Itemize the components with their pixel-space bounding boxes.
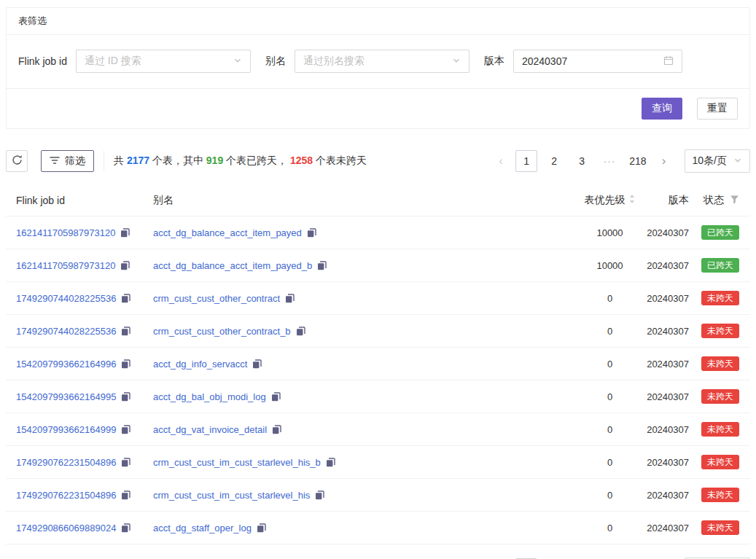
job-id-cell: 1542097993662164999 xyxy=(6,424,149,435)
job-id-link[interactable]: 1621411705987973120 xyxy=(16,260,115,271)
alias-cell: acct_dg_staff_oper_log xyxy=(149,523,575,533)
alias-cell: acct_dg_info_servacct xyxy=(149,359,575,370)
chevron-down-icon xyxy=(233,55,242,67)
version-cell: 20240307 xyxy=(644,391,692,402)
results-table: Flink job id 别名 表优先级 版本 状态 1621411705987… xyxy=(6,184,750,544)
copy-icon[interactable] xyxy=(317,261,327,270)
status-badge: 未跨天 xyxy=(701,324,739,338)
prev-page-icon[interactable]: ‹ xyxy=(492,151,510,171)
copy-icon[interactable] xyxy=(296,327,305,336)
copy-icon[interactable] xyxy=(121,327,130,336)
alias-link[interactable]: crm_cust_cust_other_contract_b xyxy=(153,326,291,337)
job-id-link[interactable]: 1749290762231504896 xyxy=(16,457,116,468)
alias-cell: acct_dg_balance_acct_item_payed xyxy=(149,227,575,238)
status-badge: 未跨天 xyxy=(701,389,739,404)
copy-icon[interactable] xyxy=(252,359,262,369)
copy-icon[interactable] xyxy=(121,523,130,533)
reset-button[interactable]: 重置 xyxy=(697,98,738,120)
version-cell: 20240307 xyxy=(644,457,692,468)
page-button-1[interactable]: 1 xyxy=(515,150,537,172)
page-button-3[interactable]: 3 xyxy=(571,150,593,172)
job-id-cell: 1749290744028225536 xyxy=(6,293,149,304)
filter-toggle-label: 筛选 xyxy=(65,155,85,168)
page-button-2[interactable]: 2 xyxy=(543,150,565,172)
page-size-select[interactable]: 10条/页 xyxy=(685,149,750,173)
toolbar: 筛选 共 2177 个表，其中 919 个表已跨天， 1258 个表未跨天 ‹1… xyxy=(6,149,750,173)
job-id-link[interactable]: 1542097993662164999 xyxy=(16,424,116,435)
field-version: 版本 20240307 xyxy=(484,50,682,73)
field-alias: 别名 通过别名搜索 xyxy=(265,50,469,73)
copy-icon[interactable] xyxy=(121,294,130,303)
alias-cell: acct_dg_vat_invoice_detail xyxy=(149,424,575,435)
refresh-button[interactable] xyxy=(6,150,28,172)
table-row: 1749290744028225536 crm_cust_cust_other_… xyxy=(6,315,750,348)
copy-icon[interactable] xyxy=(121,359,130,369)
status-badge: 未跨天 xyxy=(701,422,739,437)
copy-icon[interactable] xyxy=(120,228,130,238)
column-filter-icon[interactable] xyxy=(730,195,739,206)
job-id-link[interactable]: 1542097993662164996 xyxy=(16,359,116,370)
summary-suffix: 个表未跨天 xyxy=(313,155,367,166)
copy-icon[interactable] xyxy=(326,458,335,467)
version-date-input[interactable]: 20240307 xyxy=(513,50,682,73)
job-id-link[interactable]: 1749290744028225536 xyxy=(16,326,116,337)
search-button[interactable]: 查询 xyxy=(642,98,682,120)
priority-cell: 0 xyxy=(575,457,644,468)
copy-icon[interactable] xyxy=(285,294,295,303)
alias-link[interactable]: acct_dg_balance_acct_item_payed_b xyxy=(153,260,312,271)
filter-panel-title: 表筛选 xyxy=(7,8,749,35)
status-cell: 未跨天 xyxy=(692,488,750,502)
status-cell: 未跨天 xyxy=(692,389,750,404)
alias-cell: crm_cust_cust_im_cust_starlevel_his_b xyxy=(149,457,575,468)
alias-link[interactable]: crm_cust_cust_im_cust_starlevel_his xyxy=(153,490,310,501)
copy-icon[interactable] xyxy=(121,425,130,434)
table-row: 1749290866069889024 acct_dg_staff_oper_l… xyxy=(6,512,750,544)
priority-cell: 0 xyxy=(575,424,644,435)
job-id-link[interactable]: 1621411705987973120 xyxy=(16,227,115,238)
priority-cell: 0 xyxy=(575,391,644,402)
table-row: 1621411705987973120 acct_dg_balance_acct… xyxy=(6,249,750,282)
job-id-link[interactable]: 1542097993662164995 xyxy=(16,391,116,402)
copy-icon[interactable] xyxy=(315,490,324,500)
summary-mid2: 个表已跨天， xyxy=(223,155,290,166)
status-cell: 已跨天 xyxy=(692,258,750,273)
next-page-icon[interactable]: › xyxy=(655,151,673,171)
filter-toggle-button[interactable]: 筛选 xyxy=(41,150,94,172)
job-id-link[interactable]: 1749290762231504896 xyxy=(16,490,116,501)
alias-cell: crm_cust_cust_im_cust_starlevel_his xyxy=(149,490,575,501)
status-cell: 未跨天 xyxy=(692,291,750,305)
table-row: 1749290762231504896 crm_cust_cust_im_cus… xyxy=(6,446,750,479)
alias-link[interactable]: acct_dg_info_servacct xyxy=(153,359,247,370)
job-id-link[interactable]: 1749290744028225536 xyxy=(16,293,116,304)
page-button-218[interactable]: 218 xyxy=(626,150,649,172)
table-row: 1749290762231504896 crm_cust_cust_im_cus… xyxy=(6,479,750,512)
table-header-row: Flink job id 别名 表优先级 版本 状态 xyxy=(6,184,750,216)
alias-link[interactable]: acct_dg_balance_acct_item_payed xyxy=(153,227,302,238)
vertical-divider xyxy=(104,151,104,171)
copy-icon[interactable] xyxy=(120,261,130,270)
copy-icon[interactable] xyxy=(257,523,266,533)
alias-link[interactable]: crm_cust_cust_other_contract xyxy=(153,293,280,304)
priority-cell: 0 xyxy=(575,490,644,501)
alias-select[interactable]: 通过别名搜索 xyxy=(295,50,469,73)
status-cell: 未跨天 xyxy=(692,356,750,371)
sort-icon[interactable] xyxy=(628,194,636,206)
alias-link[interactable]: acct_dg_bal_obj_modi_log xyxy=(153,391,266,402)
page-ellipsis[interactable]: ··· xyxy=(599,150,620,172)
copy-icon[interactable] xyxy=(272,425,281,434)
priority-cell: 0 xyxy=(575,326,644,337)
filter-fields-row: Flink job id 通过 ID 搜索 别名 通过别名搜索 版本 20240… xyxy=(7,35,749,88)
copy-icon[interactable] xyxy=(121,490,130,500)
job-id-cell: 1749290762231504896 xyxy=(6,457,149,468)
summary-mid1: 个表，其中 xyxy=(149,155,206,166)
alias-link[interactable]: crm_cust_cust_im_cust_starlevel_his_b xyxy=(153,457,321,468)
col-header-priority: 表优先级 xyxy=(575,194,644,207)
flink-job-id-select[interactable]: 通过 ID 搜索 xyxy=(76,50,251,73)
copy-icon[interactable] xyxy=(121,458,130,467)
copy-icon[interactable] xyxy=(271,392,281,402)
alias-link[interactable]: acct_dg_staff_oper_log xyxy=(153,523,252,533)
alias-link[interactable]: acct_dg_vat_invoice_detail xyxy=(153,424,267,435)
copy-icon[interactable] xyxy=(121,392,130,402)
job-id-link[interactable]: 1749290866069889024 xyxy=(16,523,116,533)
copy-icon[interactable] xyxy=(307,228,316,238)
